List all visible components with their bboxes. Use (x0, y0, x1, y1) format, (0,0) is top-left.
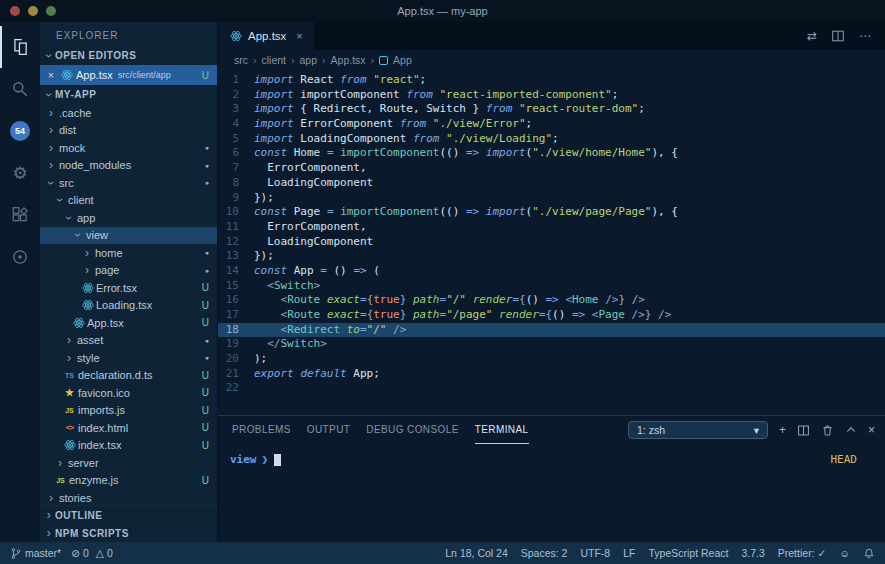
status-item[interactable]: LF (623, 547, 635, 559)
breadcrumb-item[interactable]: App (393, 54, 412, 66)
line-number: 22 (218, 381, 254, 396)
status-item[interactable]: Ln 18, Col 24 (445, 547, 507, 559)
tree-item-favicon-ico[interactable]: ★favicon.icoU (40, 384, 217, 402)
close-traffic-light-icon[interactable] (10, 6, 20, 16)
tree-item-view[interactable]: ›view (40, 227, 217, 245)
open-editor-item[interactable]: × App.tsx src/client/app U (40, 65, 217, 85)
close-panel-icon[interactable]: × (868, 423, 875, 437)
chevron-down-icon: › (44, 177, 58, 189)
git-branch-indicator[interactable]: master* (10, 547, 61, 560)
status-item[interactable]: Prettier: ✓ (778, 547, 826, 559)
terminal-shell-select[interactable]: 1: zsh ▾ (628, 421, 768, 439)
code-line-13[interactable]: 13}); (218, 249, 885, 264)
breadcrumb-item[interactable]: App.tsx (331, 54, 366, 66)
tree-item-app[interactable]: ›app (40, 209, 217, 227)
open-editors-section-header[interactable]: › OPEN EDITORS (40, 46, 217, 65)
tree-item-style[interactable]: ›style● (40, 349, 217, 367)
project-section-header[interactable]: › MY-APP (40, 85, 217, 104)
tab-app-tsx[interactable]: App.tsx × (218, 22, 314, 50)
maximize-panel-icon[interactable] (845, 424, 857, 436)
code-editor[interactable]: 1import React from "react";2import impor… (218, 70, 885, 415)
minimize-traffic-light-icon[interactable] (28, 6, 38, 16)
trash-icon[interactable] (821, 424, 834, 437)
code-line-11[interactable]: 11 ErrorComponent, (218, 220, 885, 235)
react-icon (229, 30, 242, 42)
tree-item-imports-js[interactable]: JSimports.jsU (40, 402, 217, 420)
code-line-18[interactable]: 18 <Redirect to="/" /> (218, 323, 885, 338)
circle-tool-icon[interactable] (0, 236, 40, 278)
tree-item-enzyme-js[interactable]: JSenzyme.jsU (40, 472, 217, 490)
tree-item-client[interactable]: ›client (40, 192, 217, 210)
tree-item-index-tsx[interactable]: index.tsxU (40, 437, 217, 455)
source-control-icon[interactable]: 54 (0, 110, 40, 152)
code-line-16[interactable]: 16 <Route exact={true} path="/" render={… (218, 293, 885, 308)
compare-changes-icon[interactable]: ⇄ (807, 29, 817, 43)
status-item[interactable]: TypeScript React (648, 547, 728, 559)
code-line-4[interactable]: 4import ErrorComponent from "./view/Erro… (218, 117, 885, 132)
code-line-6[interactable]: 6const Home = importComponent(() => impo… (218, 146, 885, 161)
code-line-10[interactable]: 10const Page = importComponent(() => imp… (218, 205, 885, 220)
maximize-traffic-light-icon[interactable] (46, 6, 56, 16)
code-line-5[interactable]: 5import LoadingComponent from "./view/Lo… (218, 132, 885, 147)
status-item[interactable]: Spaces: 2 (521, 547, 568, 559)
tree-item--cache[interactable]: ›.cache (40, 104, 217, 122)
tree-item-declaration-d-ts[interactable]: TSdeclaration.d.tsU (40, 367, 217, 385)
new-terminal-icon[interactable]: + (779, 423, 786, 437)
tree-item-dist[interactable]: ›dist (40, 122, 217, 140)
panel-tab-debug-console[interactable]: DEBUG CONSOLE (366, 416, 458, 444)
code-line-9[interactable]: 9}); (218, 191, 885, 206)
tree-item-mock[interactable]: ›mock● (40, 139, 217, 157)
search-icon[interactable] (0, 68, 40, 110)
code-line-15[interactable]: 15 <Switch> (218, 279, 885, 294)
npm-scripts-section-header[interactable]: › NPM SCRIPTS (40, 524, 217, 542)
breadcrumb-item[interactable]: src (234, 54, 248, 66)
close-icon[interactable]: × (296, 30, 302, 42)
status-item[interactable]: UTF-8 (580, 547, 610, 559)
tree-item-index-html[interactable]: <>index.htmlU (40, 419, 217, 437)
problems-indicator[interactable]: ⊘ 0 △ 0 (71, 547, 113, 559)
code-line-14[interactable]: 14const App = () => ( (218, 264, 885, 279)
gear-icon[interactable]: ⚙ (0, 152, 40, 194)
modified-dot-icon: ● (205, 162, 209, 169)
panel-tab-problems[interactable]: PROBLEMS (232, 416, 291, 444)
outline-section-header[interactable]: › OUTLINE (40, 506, 217, 524)
code-line-7[interactable]: 7 ErrorComponent, (218, 161, 885, 176)
tree-item-app-tsx[interactable]: App.tsxU (40, 314, 217, 332)
code-line-1[interactable]: 1import React from "react"; (218, 73, 885, 88)
code-line-2[interactable]: 2import importComponent from "react-impo… (218, 88, 885, 103)
breadcrumb-item[interactable]: client (262, 54, 287, 66)
tree-item-page[interactable]: ›page● (40, 262, 217, 280)
panel-tab-terminal[interactable]: TERMINAL (475, 416, 529, 444)
breadcrumb-separator: › (291, 54, 295, 66)
notifications-bell-icon[interactable] (863, 547, 875, 560)
code-line-20[interactable]: 20); (218, 352, 885, 367)
breadcrumb-item[interactable]: app (300, 54, 318, 66)
split-terminal-icon[interactable] (797, 424, 810, 437)
tree-item-error-tsx[interactable]: Error.tsxU (40, 279, 217, 297)
split-editor-icon[interactable] (831, 29, 845, 43)
tree-item-stories[interactable]: ›stories (40, 489, 217, 505)
close-icon[interactable]: × (48, 70, 60, 81)
tree-item-server[interactable]: ›server (40, 454, 217, 472)
feedback-smiley-icon[interactable]: ☺ (839, 547, 850, 559)
code-line-19[interactable]: 19 </Switch> (218, 337, 885, 352)
code-line-17[interactable]: 17 <Route exact={true} path="/page" rend… (218, 308, 885, 323)
tree-item-loading-tsx[interactable]: Loading.tsxU (40, 297, 217, 315)
code-line-3[interactable]: 3import { Redirect, Route, Switch } from… (218, 102, 885, 117)
extensions-icon[interactable] (0, 194, 40, 236)
status-item[interactable]: 3.7.3 (741, 547, 764, 559)
code-line-21[interactable]: 21export default App; (218, 367, 885, 382)
explorer-icon[interactable] (0, 26, 40, 68)
code-line-22[interactable]: 22 (218, 381, 885, 396)
tree-item-asset[interactable]: ›asset● (40, 332, 217, 350)
more-actions-icon[interactable]: ⋯ (859, 29, 871, 43)
code-line-12[interactable]: 12 LoadingComponent (218, 235, 885, 250)
source-control-badge: 54 (10, 121, 30, 141)
panel-tab-output[interactable]: OUTPUT (307, 416, 351, 444)
tree-item-node-modules[interactable]: ›node_modules● (40, 157, 217, 175)
tree-item-src[interactable]: ›src● (40, 174, 217, 192)
tree-item-home[interactable]: ›home● (40, 244, 217, 262)
line-number: 17 (218, 308, 254, 323)
terminal[interactable]: view❯ HEAD (218, 444, 885, 542)
code-line-8[interactable]: 8 LoadingComponent (218, 176, 885, 191)
